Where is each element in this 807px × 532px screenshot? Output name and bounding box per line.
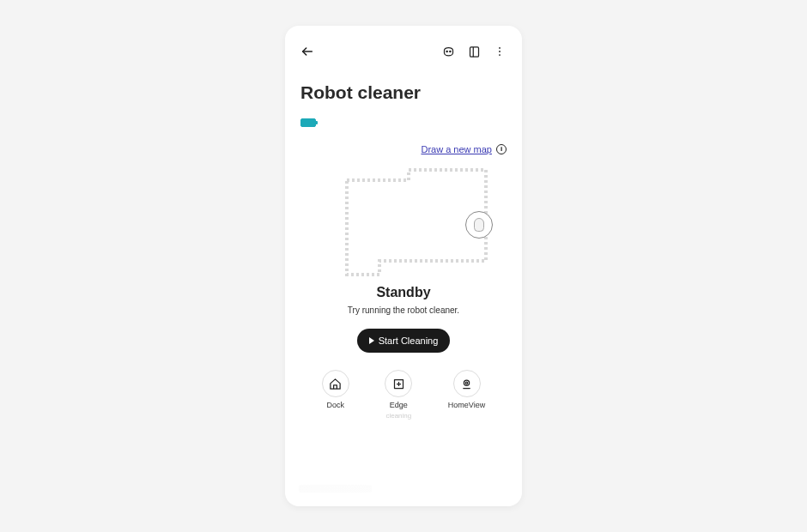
action-edge-label: Edge [390,402,408,410]
action-dock[interactable]: Dock [322,370,349,420]
action-edge-sublabel: cleaning [385,412,411,420]
page-title: Robot cleaner [300,82,508,103]
start-cleaning-button[interactable]: Start Cleaning [357,329,450,353]
panel-icon [468,45,481,58]
top-bar-right [440,43,508,60]
camera-icon [460,378,473,390]
robot-position-icon [465,211,493,239]
action-homeview-label: HomeView [448,402,485,410]
edge-icon [392,378,405,390]
more-button[interactable] [491,43,508,60]
top-bar [299,41,508,62]
battery-full-icon [300,118,316,127]
svg-point-2 [449,51,450,51]
top-bar-left [299,43,316,60]
svg-point-7 [499,54,501,56]
svg-point-9 [465,382,468,384]
action-dock-label: Dock [327,402,345,410]
status-heading: Standby [299,285,508,300]
draw-new-map-link[interactable]: Draw a new map [421,145,492,154]
svg-point-5 [499,47,501,49]
svg-point-1 [446,51,447,51]
action-edge-circle [385,370,412,397]
robot-head-icon [442,45,455,58]
panel-button[interactable] [465,43,482,60]
robot-head-button[interactable] [440,43,457,60]
home-icon [329,378,342,390]
back-button[interactable] [299,43,316,60]
svg-point-6 [499,51,501,52]
info-icon[interactable]: i [496,144,507,154]
status-subtext: Try running the robot cleaner. [299,305,508,315]
back-arrow-icon [300,45,314,58]
actions-row: Dock Edge cleaning HomeView [299,370,508,420]
map-link-row: Draw a new map i [299,144,508,154]
start-button-label: Start Cleaning [379,336,439,346]
bottom-placeholder [299,485,372,493]
svg-point-8 [464,380,469,385]
action-dock-circle [322,370,349,397]
action-homeview[interactable]: HomeView [448,370,485,420]
play-icon [369,337,374,344]
action-edge[interactable]: Edge cleaning [385,370,412,420]
map-area [299,166,508,278]
app-screen: Robot cleaner Draw a new map i Standby T… [285,26,522,506]
svg-rect-3 [470,46,478,56]
action-homeview-circle [453,370,481,397]
more-vertical-icon [494,45,506,57]
